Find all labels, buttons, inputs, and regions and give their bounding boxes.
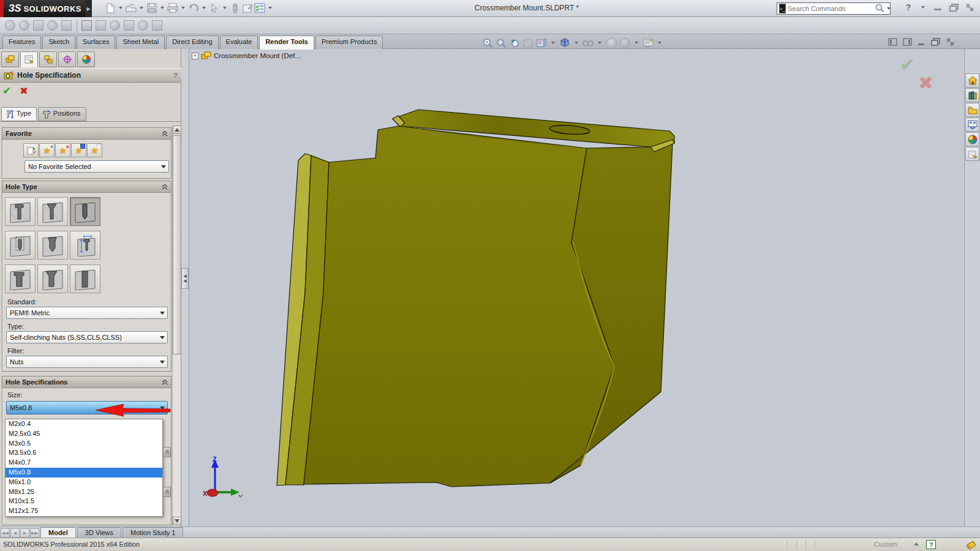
minimize-icon[interactable] bbox=[932, 3, 943, 12]
custom-properties-icon[interactable] bbox=[965, 147, 979, 161]
undo-caret-icon[interactable] bbox=[202, 7, 206, 9]
tab-direct-editing[interactable]: Direct Editing bbox=[166, 36, 218, 49]
tab-sheet-metal[interactable]: Sheet Metal bbox=[116, 36, 165, 49]
close-icon[interactable] bbox=[964, 3, 975, 12]
next-tab-button[interactable]: ▶ bbox=[20, 528, 29, 538]
size-option[interactable]: M2x0.4 bbox=[6, 419, 162, 429]
save-caret-icon[interactable] bbox=[160, 7, 164, 9]
display-style-icon[interactable] bbox=[559, 37, 571, 49]
doc-close-icon[interactable] bbox=[946, 38, 955, 47]
doc-minimize-icon[interactable] bbox=[918, 39, 925, 47]
zoom-area-icon[interactable] bbox=[495, 37, 507, 49]
tab-type[interactable]: Type bbox=[1, 107, 37, 121]
display-manager-tab[interactable] bbox=[77, 51, 95, 67]
pane-right-icon[interactable] bbox=[903, 38, 912, 47]
previous-view-icon[interactable] bbox=[508, 37, 521, 49]
confirmation-cancel-icon[interactable]: ✖ bbox=[918, 72, 933, 94]
new-document-icon[interactable] bbox=[104, 2, 116, 14]
filter-dropdown[interactable]: Nuts bbox=[6, 356, 168, 368]
tab-model[interactable]: Model bbox=[40, 527, 76, 538]
search-scope-icon[interactable]: >_ bbox=[779, 4, 786, 13]
options-checklist-icon[interactable] bbox=[254, 2, 266, 14]
graphics-viewport[interactable]: + Crossmember Mount (Def... ✔ ✖ Z Y X bbox=[189, 49, 964, 527]
edit-appearance-viewport-icon[interactable] bbox=[605, 37, 617, 49]
edit-decal-icon[interactable] bbox=[33, 20, 43, 31]
new-caret-icon[interactable] bbox=[119, 7, 123, 9]
file-explorer-icon[interactable] bbox=[965, 103, 979, 117]
home-resources-icon[interactable] bbox=[965, 73, 979, 88]
search-magnifier-icon[interactable] bbox=[875, 3, 884, 14]
feature-manager-tab[interactable] bbox=[1, 51, 19, 67]
panel-splitter[interactable]: ◀◀ bbox=[181, 49, 189, 527]
tab-evaluate[interactable]: Evaluate bbox=[220, 36, 258, 49]
preview-window-icon[interactable] bbox=[96, 20, 106, 31]
hole-specifications-group-header[interactable]: Hole Specifications bbox=[2, 377, 171, 388]
size-option[interactable]: M3x0.5 bbox=[6, 439, 162, 449]
property-manager-tab[interactable] bbox=[20, 51, 38, 67]
save-icon[interactable] bbox=[146, 2, 158, 14]
legacy-hole-button[interactable] bbox=[70, 231, 100, 260]
hole-button-selected[interactable] bbox=[70, 197, 100, 226]
tab-features[interactable]: Features bbox=[2, 36, 41, 49]
copy-appearance-icon[interactable] bbox=[19, 20, 29, 31]
slot-button[interactable] bbox=[70, 264, 100, 293]
tab-motion-study[interactable]: Motion Study 1 bbox=[123, 527, 183, 538]
apply-scene-icon[interactable] bbox=[619, 37, 631, 49]
feature-tree-flyout[interactable]: + Crossmember Mount (Def... bbox=[192, 51, 301, 60]
collapse-panel-button[interactable]: ◀◀ bbox=[181, 268, 189, 289]
feature-tree-label[interactable]: Crossmember Mount (Def... bbox=[214, 52, 301, 59]
search-caret-icon[interactable] bbox=[887, 7, 891, 10]
collapse-chevron-icon[interactable] bbox=[162, 184, 168, 190]
dropdown-caret-icon[interactable] bbox=[158, 358, 166, 366]
dropdown-caret-icon[interactable] bbox=[158, 309, 166, 317]
view-orientation-caret-icon[interactable] bbox=[551, 42, 555, 44]
print-caret-icon[interactable] bbox=[181, 7, 185, 9]
apply-scene-caret-icon[interactable] bbox=[635, 42, 638, 44]
pm-help-icon[interactable]: ? bbox=[173, 72, 178, 79]
tags-icon[interactable] bbox=[965, 540, 976, 550]
tab-positions[interactable]: Positions bbox=[38, 107, 86, 121]
tab-render-tools[interactable]: Render Tools bbox=[259, 36, 314, 50]
section-view-icon[interactable] bbox=[522, 37, 534, 49]
standard-dropdown[interactable]: PEM® Metric bbox=[6, 307, 168, 319]
countersink-slot-button[interactable] bbox=[37, 264, 68, 293]
size-option[interactable]: M12x1.75 bbox=[6, 506, 162, 516]
appearances-scenes-icon[interactable] bbox=[965, 132, 979, 146]
cancel-button[interactable]: ✖ bbox=[20, 85, 28, 97]
logo-flyout-arrow-icon[interactable]: ▶ bbox=[85, 0, 92, 17]
integrated-preview-icon[interactable] bbox=[81, 20, 92, 31]
hide-show-items-icon[interactable] bbox=[582, 37, 594, 49]
open-caret-icon[interactable] bbox=[140, 7, 143, 9]
tab-sketch[interactable]: Sketch bbox=[42, 36, 75, 49]
dimxpert-manager-tab[interactable] bbox=[58, 51, 76, 67]
delete-favorite-button[interactable]: ★× bbox=[55, 143, 70, 157]
select-caret-icon[interactable] bbox=[223, 7, 227, 9]
scroll-down-button[interactable] bbox=[173, 517, 181, 525]
size-option[interactable]: M3.5x0.6 bbox=[6, 448, 162, 458]
confirmation-check-icon[interactable]: ✔ bbox=[900, 54, 915, 75]
first-tab-button[interactable]: ◀◀ bbox=[1, 528, 10, 538]
countersink-button[interactable] bbox=[37, 197, 68, 226]
add-favorite-button[interactable]: ★+ bbox=[39, 143, 55, 157]
undo-icon[interactable] bbox=[187, 2, 200, 14]
scene-library-icon[interactable] bbox=[61, 20, 72, 31]
counterbore-slot-button[interactable] bbox=[5, 264, 36, 293]
unit-caret-icon[interactable] bbox=[914, 542, 919, 545]
options-caret-icon[interactable] bbox=[268, 7, 272, 9]
schedule-render-icon[interactable] bbox=[138, 20, 148, 31]
tapered-tap-button[interactable] bbox=[37, 231, 68, 260]
previous-tab-button[interactable]: ◀ bbox=[10, 528, 20, 538]
design-library-icon[interactable] bbox=[965, 88, 979, 102]
size-option[interactable]: M2.5x0.45 bbox=[6, 429, 162, 439]
rebuild-icon[interactable] bbox=[229, 2, 241, 14]
size-option[interactable]: M8x1.25 bbox=[6, 487, 162, 497]
view-settings-caret-icon[interactable] bbox=[658, 42, 662, 44]
tab-premium-products[interactable]: Premium Products bbox=[315, 36, 383, 49]
panel-scrollbar[interactable] bbox=[172, 126, 181, 527]
restore-icon[interactable] bbox=[948, 3, 959, 12]
size-option-selected[interactable]: M5x0.8 bbox=[6, 468, 162, 478]
apply-defaults-button[interactable] bbox=[23, 143, 39, 157]
crossmember-mount-part[interactable] bbox=[189, 49, 964, 527]
select-cursor-icon[interactable] bbox=[208, 2, 221, 14]
counterbore-button[interactable] bbox=[5, 197, 36, 226]
